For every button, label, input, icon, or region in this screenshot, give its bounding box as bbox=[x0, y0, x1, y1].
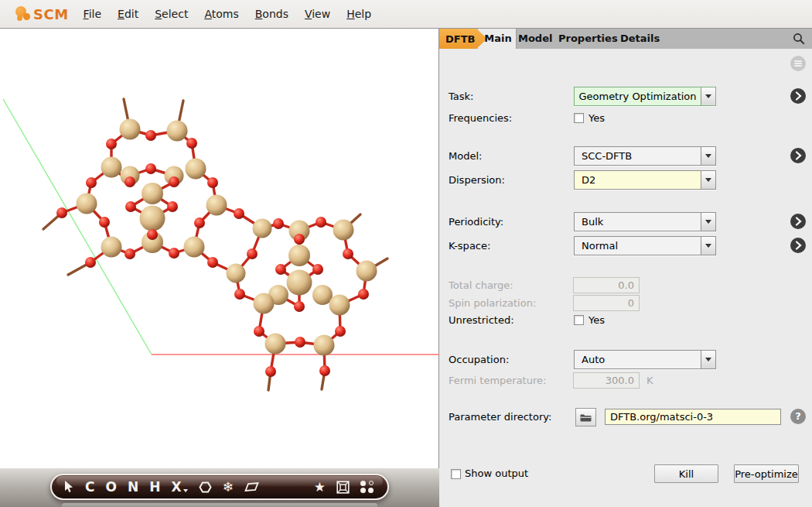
fermi-temperature-input[interactable] bbox=[573, 372, 640, 389]
occupation-label: Occupation: bbox=[449, 350, 509, 369]
tab-details[interactable]: Details bbox=[620, 29, 657, 49]
molecule-viewer[interactable]: C O N H X ❄ ★ bbox=[0, 29, 439, 507]
frequencies-option-label: Yes bbox=[589, 108, 605, 128]
menu-bar: SCM File Edit Select Atoms Bonds View He… bbox=[0, 0, 812, 29]
parameter-directory-input[interactable] bbox=[605, 409, 781, 425]
dispersion-dropdown[interactable]: D2 bbox=[574, 170, 716, 190]
search-icon[interactable] bbox=[793, 33, 805, 45]
kspace-details-chevron-icon[interactable] bbox=[790, 238, 806, 253]
dropdown-arrow-icon[interactable] bbox=[701, 87, 715, 105]
plane-tool-icon[interactable] bbox=[244, 481, 259, 492]
tab-bar: DFTB Main Model Properties Details bbox=[439, 29, 812, 49]
task-label: Task: bbox=[449, 87, 473, 106]
unit-cell-icon[interactable] bbox=[336, 481, 350, 494]
element-n-button[interactable]: N bbox=[128, 481, 138, 494]
show-output-checkbox[interactable] bbox=[451, 469, 461, 479]
frequencies-label: Frequencies: bbox=[449, 108, 512, 128]
dispersion-value: D2 bbox=[575, 171, 701, 189]
folder-icon bbox=[580, 413, 592, 422]
total-charge-input[interactable] bbox=[573, 277, 640, 293]
unrestricted-option-label: Yes bbox=[589, 310, 605, 330]
kspace-dropdown[interactable]: Normal bbox=[574, 236, 716, 255]
occupation-value: Auto bbox=[575, 351, 701, 368]
spin-polarization-input[interactable] bbox=[573, 295, 640, 311]
parameter-directory-label: Parameter directory: bbox=[449, 407, 551, 426]
scm-logo[interactable]: SCM bbox=[15, 5, 69, 23]
scm-logo-icon bbox=[15, 5, 32, 23]
model-label: Model: bbox=[449, 146, 482, 166]
task-value: Geometry Optimization bbox=[575, 87, 701, 105]
menu-view[interactable]: View bbox=[305, 8, 330, 20]
cursor-select-icon[interactable] bbox=[64, 481, 74, 493]
menu-items: File Edit Select Atoms Bonds View Help bbox=[84, 8, 372, 20]
freeze-icon[interactable]: ❄ bbox=[223, 481, 234, 494]
ring-tool-icon[interactable] bbox=[199, 481, 212, 494]
pre-optimize-button[interactable]: Pre-optimize bbox=[734, 464, 799, 483]
model-value: SCC-DFTB bbox=[575, 147, 701, 165]
periodicity-dropdown[interactable]: Bulk bbox=[574, 212, 716, 231]
quick-toolbar: C O N H X ❄ ★ bbox=[50, 474, 389, 500]
total-charge-label: Total charge: bbox=[449, 276, 513, 295]
element-x-dropdown-arrow-icon bbox=[183, 489, 188, 492]
molecule-canvas[interactable] bbox=[0, 29, 439, 468]
help-icon[interactable]: ? bbox=[790, 409, 806, 424]
dropdown-arrow-icon[interactable] bbox=[701, 171, 715, 189]
kspace-value: Normal bbox=[575, 237, 701, 255]
task-details-chevron-icon[interactable] bbox=[790, 88, 806, 104]
element-x-button[interactable]: X bbox=[171, 481, 187, 494]
toolbar-reflection bbox=[62, 503, 377, 507]
frequencies-checkbox[interactable] bbox=[574, 113, 584, 123]
occupation-dropdown[interactable]: Auto bbox=[574, 350, 716, 369]
show-output-label: Show output bbox=[465, 464, 528, 483]
menu-select[interactable]: Select bbox=[155, 8, 188, 20]
star-icon[interactable]: ★ bbox=[314, 481, 326, 494]
element-c-button[interactable]: C bbox=[85, 481, 94, 494]
menu-help[interactable]: Help bbox=[346, 8, 371, 20]
dropdown-arrow-icon[interactable] bbox=[701, 351, 715, 368]
unrestricted-label: Unrestricted: bbox=[449, 310, 514, 330]
dispersion-label: Dispersion: bbox=[449, 170, 505, 190]
periodicity-details-chevron-icon[interactable] bbox=[790, 214, 806, 229]
menu-edit[interactable]: Edit bbox=[118, 8, 138, 20]
unrestricted-checkbox[interactable] bbox=[574, 315, 584, 325]
tab-separator bbox=[516, 29, 517, 49]
tab-properties[interactable]: Properties bbox=[558, 29, 616, 49]
model-dropdown[interactable]: SCC-DFTB bbox=[574, 146, 716, 166]
tab-main[interactable]: Main bbox=[481, 29, 515, 49]
dropdown-arrow-icon[interactable] bbox=[701, 147, 715, 165]
periodicity-label: Periodicity: bbox=[449, 212, 503, 231]
element-h-button[interactable]: H bbox=[149, 481, 160, 494]
kill-button[interactable]: Kill bbox=[654, 464, 718, 483]
menu-file[interactable]: File bbox=[84, 8, 101, 20]
browse-folder-button[interactable] bbox=[575, 408, 596, 426]
dropdown-arrow-icon[interactable] bbox=[701, 213, 715, 231]
menu-bonds[interactable]: Bonds bbox=[255, 8, 288, 20]
model-details-chevron-icon[interactable] bbox=[790, 148, 806, 163]
dropdown-arrow-icon[interactable] bbox=[701, 237, 715, 255]
hamburger-menu-icon[interactable] bbox=[790, 56, 806, 71]
settings-panel: Task: Geometry Optimization Frequencies:… bbox=[439, 49, 812, 507]
periodicity-value: Bulk bbox=[575, 213, 701, 231]
fermi-temperature-label: Fermi temperature: bbox=[449, 371, 546, 390]
tab-model[interactable]: Model bbox=[518, 29, 552, 49]
atoms-dots-icon[interactable] bbox=[360, 481, 375, 493]
element-o-button[interactable]: O bbox=[105, 481, 116, 494]
fermi-temperature-unit: K bbox=[647, 371, 653, 390]
scm-logo-text: SCM bbox=[33, 6, 69, 22]
kspace-label: K-space: bbox=[449, 236, 490, 255]
toolbar-dock: C O N H X ❄ ★ bbox=[0, 468, 439, 507]
task-dropdown[interactable]: Geometry Optimization bbox=[574, 87, 716, 106]
menu-atoms[interactable]: Atoms bbox=[204, 8, 238, 20]
